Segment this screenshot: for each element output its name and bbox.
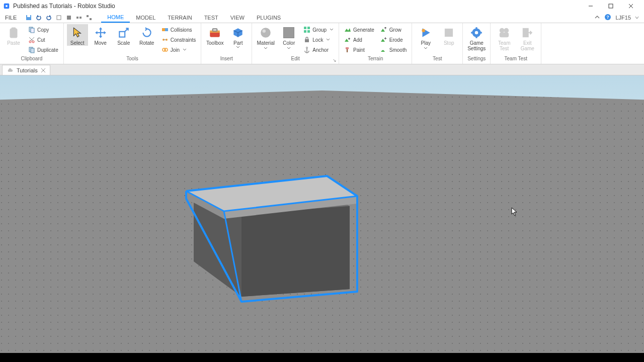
tab-test[interactable]: TEST — [198, 12, 224, 23]
anchor-button[interactable]: Anchor — [301, 45, 336, 54]
redo-icon[interactable] — [45, 14, 53, 22]
stop-button[interactable]: Stop — [438, 24, 459, 46]
qat-button-5[interactable] — [65, 14, 73, 22]
chevron-down-icon[interactable] — [326, 36, 330, 43]
svg-rect-60 — [500, 33, 509, 37]
join-button[interactable]: Join — [159, 45, 198, 54]
save-icon[interactable] — [25, 14, 33, 22]
svg-point-50 — [422, 29, 426, 32]
svg-rect-41 — [304, 30, 306, 33]
quick-access-toolbar — [22, 12, 96, 23]
qat-button-7[interactable] — [85, 14, 93, 22]
document-tab-label: Tutorials — [17, 67, 38, 73]
paint-button[interactable]: Paint — [342, 45, 376, 54]
select-button[interactable]: Select — [67, 24, 88, 46]
svg-rect-28 — [165, 28, 168, 31]
group-clipboard: Paste Copy Cut Duplicate Clipboard — [0, 23, 64, 64]
qat-button-6[interactable] — [75, 14, 83, 22]
play-button[interactable]: Play — [415, 24, 436, 50]
document-tab[interactable]: Tutorials — [2, 65, 50, 75]
smooth-button[interactable]: Smooth — [378, 45, 409, 54]
cut-icon — [28, 36, 35, 43]
copy-icon — [28, 26, 35, 33]
svg-rect-1 — [6, 5, 8, 7]
smooth-icon — [380, 46, 387, 53]
grow-button[interactable]: Grow — [378, 25, 409, 34]
collapse-ribbon-icon[interactable] — [594, 14, 600, 21]
group-label: Clipboard — [3, 56, 60, 64]
exit-icon — [521, 26, 534, 39]
team-test-button[interactable]: Team Test — [494, 24, 515, 51]
color-button[interactable]: Color — [278, 24, 299, 50]
anchor-icon — [303, 46, 310, 53]
maximize-button[interactable] — [601, 0, 621, 12]
svg-rect-27 — [162, 28, 165, 31]
group-label: Insert — [204, 56, 249, 64]
chevron-down-icon[interactable] — [183, 46, 187, 53]
chevron-down-icon[interactable] — [330, 26, 334, 33]
tab-home[interactable]: HOME — [101, 12, 130, 23]
collisions-button[interactable]: Collisions — [159, 25, 198, 34]
group-label: Settings — [466, 56, 487, 64]
svg-point-38 — [263, 30, 266, 33]
toolbox-icon — [208, 26, 221, 39]
svg-point-33 — [165, 48, 168, 51]
generate-button[interactable]: Generate — [342, 25, 376, 34]
select-icon — [71, 26, 84, 39]
tab-view[interactable]: VIEW — [224, 12, 251, 23]
group-label: Team Test — [494, 56, 538, 64]
minimize-button[interactable] — [581, 0, 601, 12]
exit-game-button[interactable]: Exit Game — [517, 24, 538, 51]
close-tab-icon[interactable] — [41, 68, 46, 73]
mouse-cursor — [511, 207, 518, 217]
tab-terrain[interactable]: TERRAIN — [162, 12, 198, 23]
erode-button[interactable]: Erode — [378, 35, 409, 44]
help-icon[interactable]: ? — [604, 14, 611, 22]
file-menu[interactable]: FILE — [0, 12, 22, 23]
material-icon — [259, 26, 272, 39]
svg-rect-26 — [119, 32, 125, 37]
app-logo-icon — [3, 3, 10, 10]
team-test-icon — [498, 26, 511, 39]
duplicate-button[interactable]: Duplicate — [26, 45, 60, 54]
stop-icon — [442, 26, 455, 39]
user-name[interactable]: LJF15 — [615, 15, 631, 21]
constraints-button[interactable]: Constraints — [159, 35, 198, 44]
dialog-launcher[interactable]: ↘ — [332, 58, 338, 63]
ribbon: Paste Copy Cut Duplicate Clipboard Selec… — [0, 23, 644, 64]
tab-plugins[interactable]: PLUGINS — [251, 12, 287, 23]
tab-model[interactable]: MODEL — [130, 12, 162, 23]
svg-rect-61 — [523, 28, 529, 37]
game-settings-button[interactable]: Game Settings — [466, 24, 487, 51]
erode-icon — [380, 36, 387, 43]
copy-button[interactable]: Copy — [26, 25, 60, 34]
undo-icon[interactable] — [35, 14, 43, 22]
lock-button[interactable]: Lock — [301, 35, 336, 44]
title-bar: Published as Tutorials - Roblox Studio — [0, 0, 644, 12]
material-button[interactable]: Material — [255, 24, 276, 50]
toolbox-button[interactable]: Toolbox — [204, 24, 225, 46]
ribbon-tabs: HOME MODEL TERRAIN TEST VIEW PLUGINS — [101, 12, 287, 23]
svg-rect-16 — [10, 29, 17, 38]
svg-rect-11 — [79, 17, 82, 19]
svg-marker-66 — [242, 206, 350, 297]
group-button[interactable]: Group — [301, 25, 336, 34]
group-label: Terrain — [342, 56, 409, 64]
viewport-3d[interactable] — [0, 75, 644, 353]
cut-button[interactable]: Cut — [26, 35, 60, 44]
paint-icon — [344, 46, 351, 53]
move-button[interactable]: Move — [90, 24, 111, 46]
scale-button[interactable]: Scale — [113, 24, 134, 46]
paste-button[interactable]: Paste — [3, 24, 24, 46]
svg-rect-17 — [12, 28, 16, 30]
user-dropdown-icon[interactable] — [635, 15, 639, 21]
close-button[interactable] — [621, 0, 641, 12]
part-icon — [231, 26, 245, 39]
svg-text:?: ? — [607, 15, 610, 20]
rotate-button[interactable]: Rotate — [136, 24, 157, 46]
part-button[interactable]: Part — [227, 24, 249, 49]
svg-rect-48 — [346, 47, 349, 49]
add-button[interactable]: Add — [342, 35, 376, 44]
qat-button-4[interactable] — [55, 14, 63, 22]
play-icon — [419, 26, 432, 39]
